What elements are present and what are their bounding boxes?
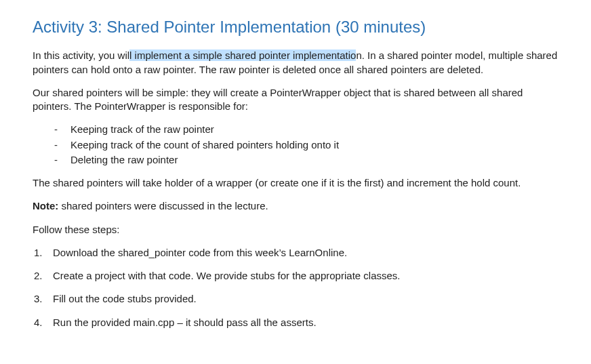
step-item: Create a project with that code. We prov… <box>33 269 558 283</box>
step-item: Download the shared_pointer code from th… <box>33 246 558 260</box>
step-item: Run the provided main.cpp – it should pa… <box>33 316 558 329</box>
step-item: Fill out the code stubs provided. <box>33 292 558 306</box>
overview-paragraph: Our shared pointers will be simple: they… <box>33 86 558 114</box>
intro-paragraph: In this activity, you will implement a s… <box>33 49 558 77</box>
list-item: Deleting the raw pointer <box>33 153 558 167</box>
responsibilities-list: Keeping track of the raw pointer Keeping… <box>33 123 558 167</box>
steps-list: Download the shared_pointer code from th… <box>33 246 558 329</box>
list-item: Keeping track of the count of shared poi… <box>33 138 558 152</box>
document-page: Activity 3: Shared Pointer Implementatio… <box>0 0 591 352</box>
wrapper-paragraph: The shared pointers will take holder of … <box>33 176 558 190</box>
follow-steps-label: Follow these steps: <box>33 223 558 237</box>
intro-pre-text: In this activity, you wil <box>33 49 129 61</box>
list-item: Keeping track of the raw pointer <box>33 123 558 136</box>
note-label: Note: <box>33 200 58 211</box>
highlighted-text: l implement a simple shared pointer impl… <box>129 49 356 61</box>
note-text: shared pointers were discussed in the le… <box>58 200 268 211</box>
note-paragraph: Note: shared pointers were discussed in … <box>33 199 558 213</box>
activity-heading: Activity 3: Shared Pointer Implementatio… <box>33 16 558 38</box>
